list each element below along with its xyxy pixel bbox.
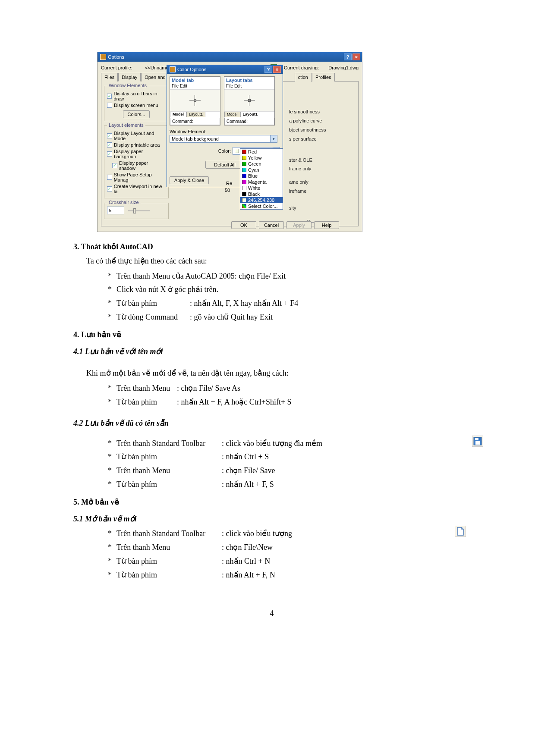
svg-rect-2: [475, 441, 480, 445]
legend-window-elements: Window Elements: [107, 83, 148, 88]
legend-layout-elements: Layout elements: [107, 122, 145, 128]
ok-button[interactable]: OK: [231, 221, 256, 229]
color-item-black[interactable]: Black: [240, 191, 283, 197]
mini-tab-layout[interactable]: Layout1: [240, 112, 261, 117]
color-item-custom[interactable]: 246,254,230: [240, 197, 283, 203]
chk-printable-area[interactable]: ✓Display printable area: [107, 142, 166, 147]
color-item-red[interactable]: Red: [240, 149, 283, 155]
tab-profiles[interactable]: Profiles: [312, 73, 335, 82]
options-dialog: Options ? × Current profile: <<Unnamed P…: [97, 52, 362, 232]
mini-tab-layout[interactable]: Layout1: [186, 112, 205, 117]
app-icon: [170, 66, 176, 72]
apply-button[interactable]: Apply: [286, 221, 312, 229]
color-options-title: Color Options: [177, 67, 206, 72]
chk-paper-bg[interactable]: ✓Display paper backgroun: [107, 149, 166, 159]
s3-intro: Ta có thể thực hiện theo các cách sau:: [86, 255, 470, 267]
fifty-frag: 50: [225, 188, 230, 193]
help-icon[interactable]: ?: [264, 66, 272, 73]
mini-tab-model[interactable]: Model: [170, 112, 186, 117]
close-icon[interactable]: ×: [273, 66, 281, 73]
chk-scrollbars[interactable]: ✓ Display scroll bars in draw: [107, 91, 166, 101]
fieldset-window-elements: Window Elements ✓ Display scroll bars in…: [104, 86, 169, 121]
layout-preview: Layout tabs File Edit Model Layout1 Comm…: [224, 76, 275, 125]
color-dropdown[interactable]: Red Yellow Green Cyan Blue Magenta White…: [240, 148, 283, 210]
apply-close-button[interactable]: Apply & Close: [170, 176, 209, 184]
window-element-combo[interactable]: Model tab background ▾: [170, 135, 277, 143]
s41-intro: Khi mở một bản vẽ mới để vẽ, ta nên đặt …: [86, 367, 470, 380]
chk-paper-shadow[interactable]: ✓Display paper shadow: [112, 160, 166, 171]
fieldset-crosshair: Crosshair size: [104, 203, 169, 219]
document-body: 3. Thoát khỏi AutoCAD Ta có thể thực hiệ…: [73, 241, 470, 619]
help-icon[interactable]: ?: [344, 53, 352, 60]
right-panel-text: le smoothness a polyline curve bject smo…: [289, 107, 326, 213]
current-drawing-label: Current drawing:: [284, 65, 319, 70]
options-titlebar: Options ? ×: [98, 52, 362, 62]
legend-crosshair: Crosshair size: [107, 200, 141, 205]
restore-frag: Re: [226, 181, 232, 186]
chk-screen-menu[interactable]: ✓ Display screen menu: [107, 103, 166, 108]
color-item-green[interactable]: Green: [240, 161, 283, 167]
chevron-down-icon: ▾: [270, 135, 277, 142]
color-item-blue[interactable]: Blue: [240, 173, 283, 179]
color-item-cyan[interactable]: Cyan: [240, 167, 283, 173]
heading-4-2: 4.2 Lưu bản vẽ đã có tên sẵn: [73, 417, 470, 430]
heading-4: 4. Lưu bản vẽ: [73, 329, 470, 341]
checkbox-icon: ✓: [107, 103, 112, 108]
options-title: Options: [108, 54, 124, 60]
color-item-white[interactable]: White: [240, 185, 283, 191]
page-number: 4: [73, 607, 470, 620]
current-profile-label: Current profile:: [101, 65, 140, 70]
chk-layout-mode[interactable]: ✓Display Layout and Mode: [107, 131, 166, 141]
window-element-label: Window Element:: [170, 129, 280, 134]
heading-3: 3. Thoát khỏi AutoCAD: [73, 241, 470, 253]
current-drawing-value: Drawing1.dwg: [328, 65, 359, 70]
tab-selection[interactable]: ction: [295, 73, 312, 82]
new-file-icon: [455, 526, 466, 537]
crosshair-input[interactable]: [107, 207, 124, 214]
floppy-disk-icon: [472, 436, 483, 447]
heading-5-1: 5.1 Mở bản vẽ mới: [73, 513, 470, 525]
color-label: Color:: [218, 148, 231, 154]
color-item-yellow[interactable]: Yellow: [240, 155, 283, 161]
svg-rect-3: [478, 438, 480, 440]
options-buttons: OK Cancel Apply Help: [231, 221, 339, 229]
tab-files[interactable]: Files: [101, 73, 118, 82]
heading-5: 5. Mở bản vẽ: [73, 496, 470, 508]
colors-button[interactable]: Colors...: [123, 110, 150, 118]
color-item-select[interactable]: Select Color...: [240, 203, 283, 209]
checkbox-icon: ✓: [107, 94, 112, 99]
fieldset-layout-elements: Layout elements ✓Display Layout and Mode…: [104, 125, 169, 198]
model-preview: Model tab File Edit Model Layout1 Comman…: [170, 76, 220, 125]
chk-viewport-new[interactable]: ✓Create viewport in new la: [107, 184, 166, 194]
crosshair-slider[interactable]: [128, 208, 150, 213]
heading-4-1: 4.1 Lưu bản vẽ với tên mới: [73, 345, 470, 358]
cancel-button[interactable]: Cancel: [259, 221, 284, 229]
color-item-magenta[interactable]: Magenta: [240, 179, 283, 185]
tab-display[interactable]: Display: [118, 73, 141, 82]
chk-page-setup[interactable]: ✓Show Page Setup Manag: [107, 172, 166, 182]
app-icon: [100, 54, 106, 60]
help-button[interactable]: Help: [314, 221, 339, 229]
default-all-button[interactable]: Default All: [205, 161, 244, 169]
mini-tab-model[interactable]: Model: [224, 112, 240, 117]
close-icon[interactable]: ×: [352, 53, 360, 60]
